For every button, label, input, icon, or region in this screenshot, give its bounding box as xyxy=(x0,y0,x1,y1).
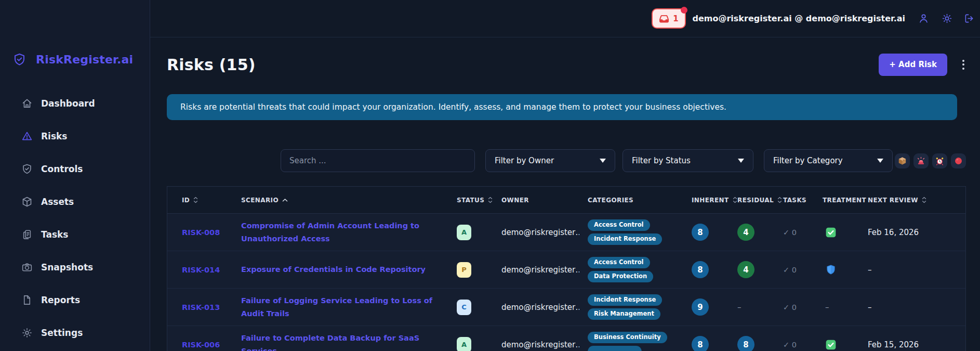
column-header-next-review[interactable]: NEXT REVIEW xyxy=(868,197,965,204)
check-square-icon xyxy=(825,339,837,350)
sidebar-item-label: Dashboard xyxy=(41,98,95,109)
siren-filter-button[interactable] xyxy=(913,153,929,168)
risk-owner-cell: demo@riskregister… xyxy=(501,265,579,275)
risk-score-badge: 8 xyxy=(692,224,709,241)
user-email: demo@riskregister.ai @ demo@riskregister… xyxy=(693,14,906,23)
column-header-inherent[interactable]: INHERENT xyxy=(692,197,737,204)
sidebar-item-snapshots[interactable]: Snapshots xyxy=(0,251,150,283)
filter-by-owner-select[interactable]: Filter by Owner xyxy=(485,149,615,172)
category-pill: Incident Response xyxy=(588,294,662,306)
risks-table: IDSCENARIOSTATUSOWNERCATEGORIESINHERENTR… xyxy=(167,186,966,351)
risk-id-cell: RISK-006 xyxy=(182,340,241,349)
next-review-cell: Feb 16, 2026 xyxy=(868,228,965,237)
siren-icon xyxy=(916,156,926,166)
treatment-cell: – xyxy=(823,303,868,312)
residual-score-cell: 8 xyxy=(737,336,783,351)
check-square-icon xyxy=(825,227,837,238)
risk-scenario-link[interactable]: Compromise of Admin Account Leading to U… xyxy=(241,222,419,243)
risk-scenario-link[interactable]: Exposure of Credentials in Code Reposito… xyxy=(241,265,426,274)
risk-scenario-cell: Exposure of Credentials in Code Reposito… xyxy=(241,263,457,276)
notifications-button[interactable]: 1 xyxy=(652,8,686,29)
column-header-id[interactable]: ID xyxy=(182,197,241,204)
sidebar-item-label: Settings xyxy=(41,328,83,338)
alarm-clock-filter-button[interactable] xyxy=(932,153,947,168)
category-pill: Risk Management xyxy=(588,308,660,320)
risk-id-cell: RISK-014 xyxy=(182,265,241,275)
sidebar-collapse-button[interactable] xyxy=(122,16,135,28)
risk-id-link[interactable]: RISK-008 xyxy=(182,228,220,237)
more-options-button[interactable] xyxy=(961,60,966,70)
sort-icon xyxy=(193,197,198,203)
risk-scenario-cell: Failure to Complete Data Backup for SaaS… xyxy=(241,332,457,351)
user-profile-icon[interactable] xyxy=(918,13,929,24)
column-header-treatment: TREATMENT xyxy=(823,197,868,204)
risk-owner-cell: demo@riskregister… xyxy=(501,340,579,349)
table-body: RISK-008 Compromise of Admin Account Lea… xyxy=(167,214,965,351)
category-pill xyxy=(588,346,642,351)
sidebar-item-settings[interactable]: Settings xyxy=(0,316,150,349)
alarm-clock-icon xyxy=(935,156,945,166)
sidebar-item-reports[interactable]: Reports xyxy=(0,283,150,316)
filter-by-status-select[interactable]: Filter by Status xyxy=(623,149,753,172)
risk-scenario-link[interactable]: Failure to Complete Data Backup for SaaS… xyxy=(241,334,419,351)
sidebar-item-label: Tasks xyxy=(41,229,68,240)
shield-check-icon xyxy=(21,163,33,175)
risk-id-link[interactable]: RISK-013 xyxy=(182,303,220,311)
theme-toggle-icon[interactable] xyxy=(942,13,952,24)
sidebar: RiskRegister.ai Dashboard Risks Controls… xyxy=(0,0,150,351)
residual-score-cell: – xyxy=(737,303,783,312)
red-circle-filter-button[interactable] xyxy=(951,153,966,168)
sidebar-item-label: Snapshots xyxy=(41,262,93,272)
sidebar-item-assets[interactable]: Assets xyxy=(0,185,150,218)
risk-id-link[interactable]: RISK-014 xyxy=(182,266,220,274)
risk-score-badge: 8 xyxy=(692,261,709,278)
table-row: RISK-006 Failure to Complete Data Backup… xyxy=(167,326,965,351)
residual-score-cell: 4 xyxy=(737,261,783,278)
add-risk-button[interactable]: + Add Risk xyxy=(879,54,947,76)
sidebar-item-risks[interactable]: Risks xyxy=(0,120,150,152)
package-filter-button[interactable] xyxy=(895,153,910,168)
category-pill: Business Continuity xyxy=(588,332,667,343)
sidebar-item-tasks[interactable]: Tasks xyxy=(0,218,150,251)
inbox-icon xyxy=(658,13,670,24)
logout-icon[interactable] xyxy=(964,13,975,24)
search-input[interactable] xyxy=(281,149,475,172)
risk-id-link[interactable]: RISK-006 xyxy=(182,341,220,349)
sidebar-nav: Dashboard Risks Controls Assets Tasks Sn… xyxy=(0,87,150,349)
main-content: Risks (15) + Add Risk Risks are potentia… xyxy=(150,37,980,351)
residual-score-cell: 4 xyxy=(737,224,783,241)
risk-score-badge: 4 xyxy=(737,224,754,241)
risk-categories-cell: Business Continuity xyxy=(588,332,692,351)
risk-categories-cell: Access ControlIncident Response xyxy=(588,219,692,245)
sidebar-item-controls[interactable]: Controls xyxy=(0,152,150,185)
sidebar-item-label: Reports xyxy=(41,295,80,305)
tasks-cell: ✓ 0 xyxy=(783,266,823,274)
column-header-categories: CATEGORIES xyxy=(588,197,692,204)
risk-score-badge: 4 xyxy=(737,261,754,278)
inherent-score-cell: 8 xyxy=(692,261,737,278)
table-row: RISK-008 Compromise of Admin Account Lea… xyxy=(167,214,965,251)
risk-score-badge: 9 xyxy=(692,298,709,316)
risk-categories-cell: Access ControlData Protection xyxy=(588,257,692,282)
cube-icon xyxy=(21,196,33,207)
status-badge: P xyxy=(457,262,471,278)
risk-status-cell: A xyxy=(457,225,501,240)
column-header-scenario[interactable]: SCENARIO xyxy=(241,197,457,204)
brand-logo: RiskRegister.ai xyxy=(12,53,133,67)
package-icon xyxy=(897,156,907,166)
sort-icon xyxy=(777,197,782,203)
inherent-score-cell: 9 xyxy=(692,298,737,316)
page-title: Risks (15) xyxy=(167,56,256,74)
risk-scenario-link[interactable]: Failure of Logging Service Leading to Lo… xyxy=(241,296,432,318)
risk-status-cell: C xyxy=(457,300,501,315)
risk-id-cell: RISK-013 xyxy=(182,302,241,312)
sidebar-item-dashboard[interactable]: Dashboard xyxy=(0,87,150,120)
category-pill: Access Control xyxy=(588,257,650,268)
column-header-owner: OWNER xyxy=(501,197,588,204)
inherent-score-cell: 8 xyxy=(692,336,737,351)
sort-ascending-icon xyxy=(282,198,288,202)
column-header-residual[interactable]: RESIDUAL xyxy=(737,197,783,204)
filter-by-category-select[interactable]: Filter by Category xyxy=(764,149,893,172)
alert-triangle-icon xyxy=(21,131,33,142)
column-header-status[interactable]: STATUS xyxy=(457,197,501,204)
